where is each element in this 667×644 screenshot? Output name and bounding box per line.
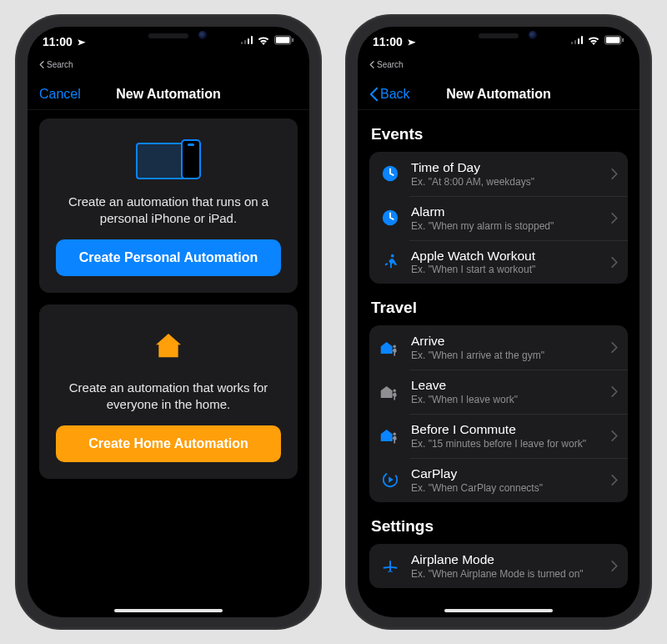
notch — [97, 27, 240, 50]
row-title: Arrive — [411, 334, 601, 349]
devices-icon — [56, 137, 281, 184]
section-title-events: Events — [371, 125, 626, 143]
row-apple-watch-workout[interactable]: Apple Watch WorkoutEx. "When I start a w… — [369, 240, 628, 284]
wifi-icon — [587, 36, 600, 45]
battery-icon — [604, 35, 624, 45]
back-to-app[interactable]: Search — [369, 60, 404, 69]
home-icon — [56, 323, 281, 370]
row-leave[interactable]: LeaveEx. "When I leave work" — [369, 370, 628, 414]
row-subtitle: Ex. "When I start a workout" — [411, 264, 601, 275]
chevron-right-icon — [611, 257, 618, 268]
back-button[interactable]: Back — [369, 87, 410, 102]
cellular-icon — [571, 36, 584, 44]
iphone-frame-left: 11:00 Search Cancel N — [16, 15, 321, 629]
leave-icon — [379, 381, 401, 403]
runner-icon — [379, 251, 401, 273]
chevron-right-icon — [611, 213, 618, 224]
clock-icon — [379, 163, 401, 184]
cellular-icon — [241, 36, 253, 44]
status-time: 11:00 — [43, 35, 73, 48]
row-subtitle: Ex. "15 minutes before I leave for work" — [411, 438, 601, 450]
svg-rect-1 — [276, 37, 290, 43]
svg-point-9 — [393, 345, 395, 347]
svg-point-10 — [393, 389, 395, 391]
carplay-icon — [379, 469, 401, 491]
notch — [427, 27, 570, 50]
screen-left: 11:00 Search Cancel N — [28, 27, 309, 617]
row-title: Alarm — [411, 204, 601, 219]
row-airplane-mode[interactable]: Airplane ModeEx. "When Airplane Mode is … — [369, 544, 628, 588]
location-icon — [404, 35, 418, 48]
back-to-app-label: Search — [47, 60, 73, 69]
row-subtitle: Ex. "When I leave work" — [411, 394, 601, 405]
clock-icon — [379, 207, 401, 229]
iphone-frame-right: 11:00 Search Back — [346, 15, 651, 629]
row-arrive[interactable]: ArriveEx. "When I arrive at the gym" — [369, 325, 628, 370]
card-personal-desc: Create an automation that runs on a pers… — [56, 194, 281, 226]
home-indicator[interactable] — [444, 609, 553, 612]
content-right[interactable]: Events Time of DayEx. "At 8:00 AM, weekd… — [358, 110, 639, 617]
back-to-app-label: Search — [377, 60, 404, 69]
svg-rect-2 — [292, 38, 293, 43]
nav-bar: Cancel New Automation — [28, 78, 309, 110]
row-title: Leave — [411, 378, 601, 393]
row-subtitle: Ex. "When my alarm is stopped" — [411, 220, 601, 232]
screen-right: 11:00 Search Back — [358, 27, 639, 617]
chevron-right-icon — [611, 386, 618, 397]
row-subtitle: Ex. "When Airplane Mode is turned on" — [411, 568, 601, 580]
row-before-i-commute[interactable]: Before I CommuteEx. "15 minutes before I… — [369, 414, 628, 458]
row-title: Before I Commute — [411, 422, 601, 437]
svg-rect-5 — [622, 38, 624, 43]
chevron-right-icon — [611, 342, 618, 353]
status-time: 11:00 — [373, 35, 403, 48]
arrive-icon — [379, 337, 401, 359]
create-personal-automation-button[interactable]: Create Personal Automation — [56, 239, 281, 276]
battery-icon — [274, 35, 294, 45]
chevron-right-icon — [611, 169, 618, 179]
content-left: Create an automation that runs on a pers… — [28, 110, 309, 617]
list-settings: Airplane ModeEx. "When Airplane Mode is … — [369, 544, 628, 588]
arrive-icon — [379, 425, 401, 446]
row-subtitle: Ex. "When CarPlay connects" — [411, 482, 601, 494]
back-to-app[interactable]: Search — [39, 60, 73, 69]
row-subtitle: Ex. "At 8:00 AM, weekdays" — [411, 176, 601, 188]
card-home-desc: Create an automation that works for ever… — [56, 380, 281, 412]
row-title: Apple Watch Workout — [411, 249, 601, 264]
wifi-icon — [257, 36, 270, 45]
card-personal-automation: Create an automation that runs on a pers… — [39, 118, 298, 293]
nav-title: New Automation — [446, 87, 551, 102]
section-title-settings: Settings — [371, 517, 626, 536]
row-title: Time of Day — [411, 160, 601, 175]
home-indicator[interactable] — [114, 609, 223, 612]
cancel-button[interactable]: Cancel — [39, 87, 81, 102]
create-home-automation-button[interactable]: Create Home Automation — [56, 425, 281, 462]
row-alarm[interactable]: AlarmEx. "When my alarm is stopped" — [369, 196, 628, 240]
section-title-travel: Travel — [371, 299, 626, 317]
card-home-automation: Create an automation that works for ever… — [39, 304, 298, 479]
location-icon — [74, 35, 88, 48]
nav-title: New Automation — [116, 87, 221, 102]
svg-point-11 — [393, 433, 395, 435]
nav-bar: Back New Automation — [358, 78, 639, 110]
chevron-right-icon — [611, 430, 618, 441]
list-events: Time of DayEx. "At 8:00 AM, weekdays"Ala… — [369, 152, 628, 284]
cancel-label: Cancel — [39, 87, 81, 102]
svg-rect-4 — [606, 37, 620, 43]
row-carplay[interactable]: CarPlayEx. "When CarPlay connects" — [369, 458, 628, 502]
back-label: Back — [380, 87, 410, 102]
svg-point-8 — [391, 254, 394, 258]
row-subtitle: Ex. "When I arrive at the gym" — [411, 350, 601, 361]
row-title: Airplane Mode — [411, 552, 601, 567]
row-time-of-day[interactable]: Time of DayEx. "At 8:00 AM, weekdays" — [369, 152, 628, 196]
row-title: CarPlay — [411, 466, 601, 481]
chevron-right-icon — [611, 561, 618, 571]
chevron-right-icon — [611, 475, 618, 486]
airplane-icon — [379, 555, 401, 576]
list-travel: ArriveEx. "When I arrive at the gym"Leav… — [369, 325, 628, 501]
